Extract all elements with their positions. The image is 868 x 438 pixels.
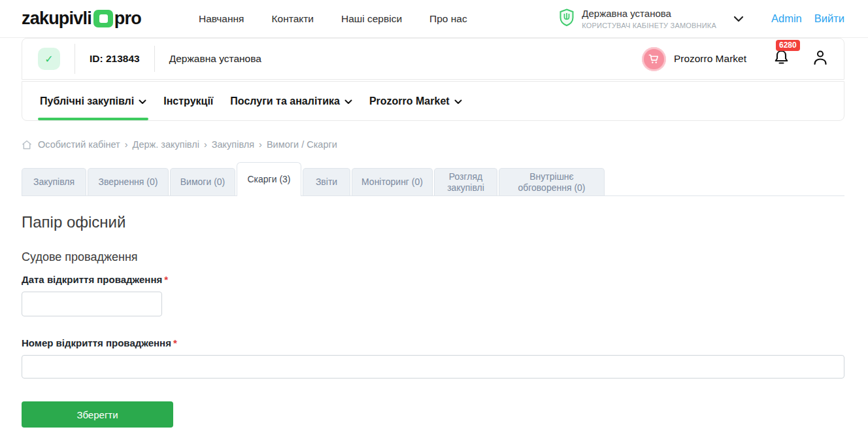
menu-item-services[interactable]: Наші сервіси bbox=[341, 13, 402, 25]
account-id: ID: 213843 bbox=[90, 53, 140, 65]
proceeding-open-date-input[interactable] bbox=[22, 292, 162, 316]
breadcrumb: Особистий кабінет › Держ. закупівлі › За… bbox=[22, 139, 844, 150]
field-label-text: Номер відкриття провадження bbox=[22, 337, 171, 348]
tab-review[interactable]: Розгляд закупівлі bbox=[434, 168, 497, 195]
tab-monitoring[interactable]: Моніторинг (0) bbox=[352, 168, 433, 195]
tab-procurement[interactable]: Закупівля bbox=[22, 168, 86, 195]
tab-appeals[interactable]: Звернення (0) bbox=[88, 168, 169, 195]
field-label-text: Дата відкриття провадження bbox=[22, 274, 162, 285]
tab-bar: Закупівля Звернення (0) Вимоги (0) Скарг… bbox=[22, 162, 844, 196]
number-field-label: Номер відкриття провадження* bbox=[22, 337, 844, 348]
profile-person-icon[interactable] bbox=[812, 50, 828, 69]
logo[interactable]: zakupivli pro bbox=[22, 8, 141, 29]
account-bar: ✓ ID: 213843 Державна установа Prozorro … bbox=[22, 38, 844, 80]
section-title: Судове провадження bbox=[22, 250, 844, 264]
nav-item-label: Prozorro Market bbox=[369, 95, 450, 107]
shield-trident-icon bbox=[559, 8, 575, 29]
breadcrumb-separator: › bbox=[125, 139, 128, 150]
save-button[interactable]: Зберегти bbox=[22, 401, 173, 428]
proceeding-open-number-input[interactable] bbox=[22, 355, 844, 379]
main-nav: Публічні закупівлі Інструкції Послуги та… bbox=[22, 81, 844, 121]
header-menu: Навчання Контакти Наші сервіси Про нас bbox=[199, 13, 467, 25]
chevron-down-icon[interactable] bbox=[733, 13, 744, 25]
nav-item-services-analytics[interactable]: Послуги та аналітика bbox=[230, 82, 352, 120]
user-role: КОРИСТУВАЧ КАБІНЕТУ ЗАМОВНИКА bbox=[582, 22, 716, 29]
notifications-count-badge: 6280 bbox=[776, 40, 800, 51]
chevron-down-icon bbox=[344, 95, 352, 107]
breadcrumb-item-claims[interactable]: Вимоги / Скарги bbox=[267, 139, 337, 150]
page-title: Папір офісний bbox=[22, 213, 844, 231]
chevron-down-icon bbox=[139, 95, 146, 107]
menu-item-contacts[interactable]: Контакти bbox=[272, 13, 314, 25]
nav-item-prozorro-market[interactable]: Prozorro Market bbox=[369, 82, 462, 120]
tab-internal-discussion[interactable]: Внутрішнє обговорення (0) bbox=[499, 168, 605, 195]
breadcrumb-separator: › bbox=[259, 139, 262, 150]
nav-item-label: Інструкції bbox=[163, 95, 213, 107]
prozorro-market-cart-icon[interactable] bbox=[642, 47, 666, 71]
logo-text-left: zakupivli bbox=[22, 8, 92, 29]
account-org-name: Державна установа bbox=[169, 53, 261, 65]
nav-item-label: Публічні закупівлі bbox=[40, 95, 134, 107]
breadcrumb-item-cabinet[interactable]: Особистий кабінет bbox=[38, 139, 120, 150]
logo-icon bbox=[93, 10, 113, 27]
nav-item-label: Послуги та аналітика bbox=[230, 95, 340, 107]
session-links: Admin Вийти bbox=[771, 12, 844, 25]
date-field-label: Дата відкриття провадження* bbox=[22, 274, 844, 285]
main-content: Папір офісний Судове провадження Дата ві… bbox=[0, 213, 868, 428]
breadcrumb-item-state-procurement[interactable]: Держ. закупівлі bbox=[133, 139, 199, 150]
menu-item-about[interactable]: Про нас bbox=[429, 13, 467, 25]
breadcrumb-item-procurement[interactable]: Закупівля bbox=[212, 139, 254, 150]
menu-item-training[interactable]: Навчання bbox=[199, 13, 244, 25]
divider bbox=[75, 44, 75, 74]
home-icon[interactable] bbox=[22, 140, 32, 150]
tab-reports[interactable]: Звіти bbox=[303, 168, 350, 195]
logo-text-right: pro bbox=[114, 8, 141, 29]
bell-icon bbox=[773, 49, 790, 66]
user-account-dropdown[interactable]: Державна установа КОРИСТУВАЧ КАБІНЕТУ ЗА… bbox=[559, 8, 744, 29]
tab-complaints[interactable]: Скарги (3) bbox=[237, 162, 301, 196]
nav-item-instructions[interactable]: Інструкції bbox=[163, 82, 213, 120]
user-org-name: Державна установа bbox=[582, 8, 716, 19]
admin-link[interactable]: Admin bbox=[771, 12, 802, 25]
logout-link[interactable]: Вийти bbox=[814, 12, 844, 25]
breadcrumb-separator: › bbox=[204, 139, 207, 150]
tab-requirements[interactable]: Вимоги (0) bbox=[170, 168, 235, 195]
verified-check-icon: ✓ bbox=[38, 48, 60, 70]
prozorro-market-link[interactable]: Prozorro Market bbox=[674, 53, 746, 65]
top-header: zakupivli pro Навчання Контакти Наші сер… bbox=[0, 0, 868, 38]
account-bar-right: Prozorro Market 6280 bbox=[642, 47, 828, 71]
divider bbox=[154, 46, 155, 72]
notifications-bell[interactable]: 6280 bbox=[773, 49, 790, 69]
required-asterisk: * bbox=[173, 337, 177, 348]
user-texts: Державна установа КОРИСТУВАЧ КАБІНЕТУ ЗА… bbox=[582, 8, 716, 29]
nav-item-public-procurement[interactable]: Публічні закупівлі bbox=[40, 82, 146, 120]
chevron-down-icon bbox=[454, 95, 462, 107]
required-asterisk: * bbox=[164, 274, 168, 285]
